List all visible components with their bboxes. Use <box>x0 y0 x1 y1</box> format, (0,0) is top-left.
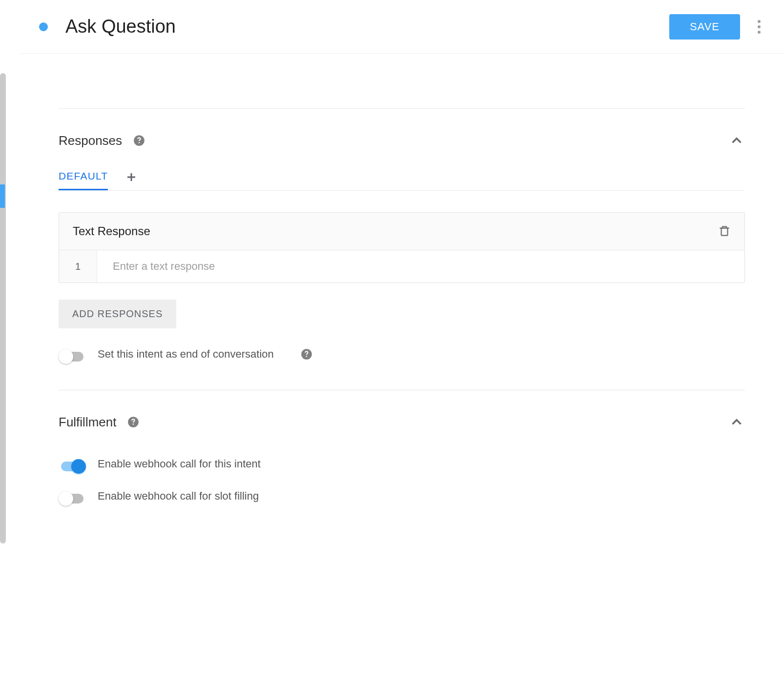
help-icon[interactable] <box>300 348 313 361</box>
add-tab-icon[interactable] <box>125 171 137 183</box>
intent-status-dot <box>39 22 48 31</box>
webhook-intent-toggle[interactable] <box>59 459 86 469</box>
webhook-slot-row: Enable webhook call for slot filling <box>59 490 745 503</box>
webhook-intent-label: Enable webhook call for this intent <box>98 458 261 470</box>
webhook-slot-label: Enable webhook call for slot filling <box>98 490 259 503</box>
page-title: Ask Question <box>65 16 669 37</box>
help-icon[interactable] <box>127 416 140 428</box>
svg-rect-2 <box>722 228 728 236</box>
end-of-conversation-label: Set this intent as end of conversation <box>98 348 274 361</box>
text-response-card-header: Text Response <box>59 213 744 250</box>
save-button[interactable]: SAVE <box>669 14 740 40</box>
text-response-row: 1 <box>59 250 744 282</box>
responses-title: Responses <box>59 133 122 148</box>
chevron-up-icon[interactable] <box>728 414 745 430</box>
end-of-conversation-row: Set this intent as end of conversation <box>59 348 745 361</box>
add-responses-button[interactable]: ADD RESPONSES <box>59 300 176 328</box>
chevron-up-icon[interactable] <box>728 132 745 149</box>
content-area: New parameter Responses DEFAULT Text Res… <box>20 54 784 685</box>
end-of-conversation-toggle[interactable] <box>59 349 86 359</box>
more-options-icon[interactable] <box>754 16 764 38</box>
fulfillment-title: Fulfillment <box>59 415 116 430</box>
webhook-slot-toggle[interactable] <box>59 491 86 501</box>
scrollbar[interactable] <box>0 73 6 544</box>
help-icon[interactable] <box>133 134 145 147</box>
row-number: 1 <box>59 250 97 282</box>
text-response-title: Text Response <box>73 224 150 238</box>
text-response-input[interactable] <box>97 250 744 282</box>
responses-tabs: DEFAULT <box>59 166 745 191</box>
tab-default[interactable]: DEFAULT <box>59 166 108 190</box>
nav-indicator <box>0 184 5 208</box>
text-response-card: Text Response 1 <box>59 212 745 283</box>
webhook-intent-row: Enable webhook call for this intent <box>59 458 745 470</box>
page-header: Ask Question SAVE <box>20 0 784 54</box>
fulfillment-section-header: Fulfillment <box>59 390 745 448</box>
responses-section-header: Responses <box>59 109 745 166</box>
trash-icon[interactable] <box>718 225 731 238</box>
